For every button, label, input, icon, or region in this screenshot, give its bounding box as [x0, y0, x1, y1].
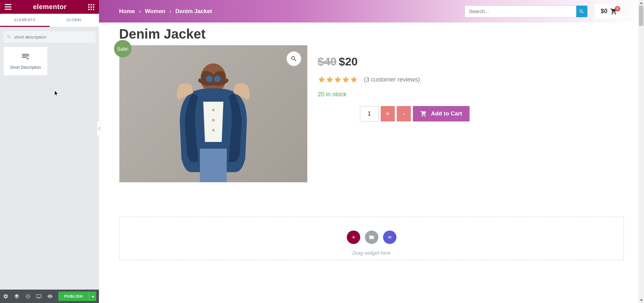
cart-amount: $0	[601, 8, 607, 15]
product-price: $40$20	[318, 55, 470, 68]
quantity-decrease-button[interactable]: -	[397, 106, 411, 121]
product-image[interactable]	[119, 45, 307, 182]
zoom-button[interactable]	[286, 51, 301, 66]
breadcrumb-women[interactable]: Women	[145, 8, 165, 15]
stock-status: 20 in stock	[318, 91, 470, 98]
star-icon	[342, 75, 350, 84]
star-rating	[318, 75, 358, 84]
breadcrumb-home[interactable]: Home	[119, 8, 135, 15]
collapse-panel-button[interactable]	[97, 121, 102, 136]
price-new: $20	[339, 55, 358, 68]
panel-tabs: ELEMENTS GLOBAL	[0, 14, 99, 27]
product-details: $40$20 (3 customer reviews) 20 in stock	[318, 45, 470, 183]
sale-badge: Sale!	[114, 40, 131, 57]
monitor-icon	[36, 294, 42, 299]
widget-search[interactable]	[3, 31, 96, 43]
star-icon	[334, 75, 342, 84]
site-search-input[interactable]	[465, 6, 576, 17]
elementor-logo: elementor	[33, 3, 66, 11]
add-to-cart-button[interactable]: Add to Cart	[413, 106, 470, 121]
breadcrumb-current: Denim Jacket	[175, 8, 212, 15]
reviews-link[interactable]: (3 customer reviews)	[364, 76, 420, 83]
caret-down-icon	[640, 299, 643, 302]
tab-elements[interactable]: ELEMENTS	[0, 14, 50, 27]
chevron-right-icon: ›	[169, 8, 171, 15]
star-icon	[318, 75, 326, 84]
svg-point-3	[212, 109, 215, 111]
scroll-up-button[interactable]	[638, 0, 644, 6]
preview-area: Home › Women › Denim Jacket $0 0 Denim J…	[99, 0, 644, 303]
tab-global[interactable]: GLOBAL	[50, 14, 99, 27]
elementor-panel: elementor ELEMENTS GLOBAL Short Descript…	[0, 0, 99, 303]
product-content: Denim Jacket Sale!	[99, 22, 644, 187]
svg-point-1	[206, 75, 213, 82]
responsive-button[interactable]	[36, 293, 42, 299]
short-description-icon	[21, 52, 30, 62]
breadcrumb: Home › Women › Denim Jacket	[119, 8, 212, 15]
scroll-thumb[interactable]	[639, 6, 643, 26]
chevron-left-icon	[98, 127, 101, 130]
product-gallery: Sale!	[119, 45, 308, 183]
scroll-down-button[interactable]	[638, 297, 644, 303]
site-search	[465, 5, 588, 17]
blocks-icon	[387, 235, 392, 240]
svg-point-9	[390, 236, 391, 237]
widget-label: Short Description	[10, 65, 41, 70]
add-section-button[interactable]	[347, 231, 360, 244]
drop-hint-text: Drag widget here	[352, 250, 390, 256]
quantity-input[interactable]	[360, 106, 379, 121]
site-topbar: Home › Women › Denim Jacket $0 0	[99, 0, 644, 22]
svg-point-2	[214, 75, 221, 82]
navigator-button[interactable]	[14, 293, 19, 299]
caret-up-icon	[92, 295, 94, 298]
panel-footer: PUBLISH	[0, 290, 99, 303]
svg-point-8	[389, 236, 390, 237]
search-icon	[7, 35, 11, 39]
folder-icon	[369, 235, 374, 240]
star-icon	[326, 75, 334, 84]
product-photo-placeholder	[160, 55, 267, 182]
layers-icon	[14, 294, 19, 299]
drop-area-buttons	[347, 231, 396, 244]
template-library-button[interactable]	[365, 231, 378, 244]
zoom-icon	[290, 55, 297, 62]
rating-row: (3 customer reviews)	[318, 75, 470, 84]
settings-button[interactable]	[3, 293, 8, 299]
product-title: Denim Jacket	[119, 27, 624, 42]
quantity-increase-button[interactable]: +	[381, 106, 395, 121]
svg-point-11	[389, 238, 390, 239]
svg-point-5	[212, 129, 215, 132]
star-icon	[350, 75, 358, 84]
preview-button[interactable]	[47, 293, 53, 299]
publish-button[interactable]: PUBLISH	[58, 292, 89, 301]
cart-actions: + - Add to Cart	[360, 106, 470, 121]
mini-cart[interactable]: $0 0	[594, 4, 624, 19]
scrollbar[interactable]	[638, 0, 644, 303]
search-button[interactable]	[576, 6, 587, 17]
gear-icon	[3, 294, 8, 299]
search-icon	[579, 9, 584, 14]
apps-icon[interactable]	[88, 4, 94, 10]
publish-options-button[interactable]	[89, 292, 96, 301]
svg-rect-6	[200, 149, 227, 182]
menu-icon[interactable]	[5, 4, 11, 10]
caret-up-icon	[640, 1, 643, 5]
svg-point-10	[388, 238, 389, 239]
widget-search-input[interactable]	[14, 35, 92, 40]
panel-header: elementor	[0, 0, 99, 14]
svg-point-4	[212, 119, 215, 121]
chevron-right-icon: ›	[139, 8, 141, 15]
history-icon	[25, 294, 31, 299]
svg-point-7	[388, 236, 389, 237]
widget-short-description[interactable]: Short Description	[3, 47, 48, 75]
cursor-icon	[54, 91, 59, 97]
cart-count-badge: 0	[615, 6, 620, 11]
history-button[interactable]	[25, 293, 31, 299]
widget-list: Short Description	[0, 47, 99, 75]
svg-point-12	[390, 238, 391, 239]
plus-icon	[351, 235, 356, 240]
widget-drop-area[interactable]: Drag widget here	[119, 217, 624, 260]
price-old: $40	[318, 55, 337, 68]
blocks-button[interactable]	[383, 231, 396, 244]
cart-icon	[420, 110, 427, 117]
